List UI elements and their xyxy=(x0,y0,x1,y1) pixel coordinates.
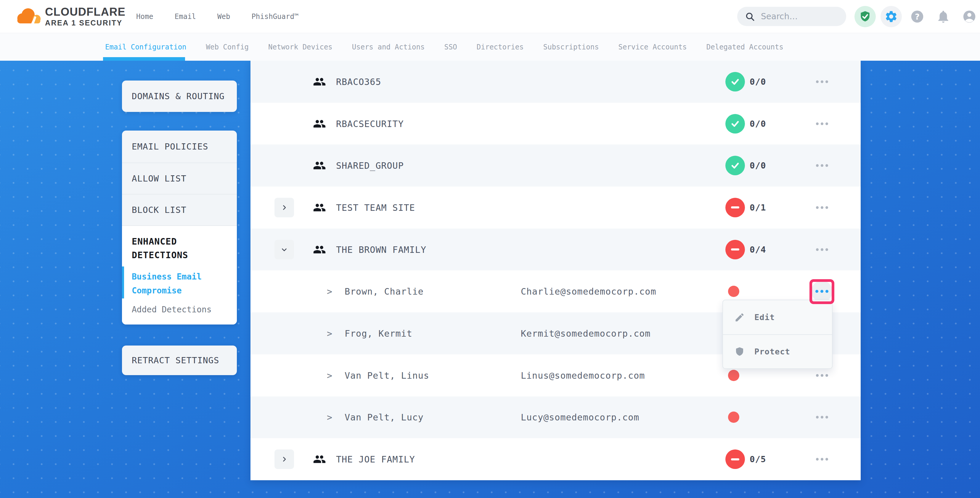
status-blocked-badge xyxy=(725,240,745,259)
tab-subscriptions[interactable]: Subscriptions xyxy=(543,43,599,51)
ellipsis-dot xyxy=(826,458,828,461)
row-actions-button[interactable] xyxy=(815,458,829,461)
status-blocked-badge xyxy=(725,449,745,469)
help-icon[interactable]: ? xyxy=(907,6,928,27)
groups-table: RBACO365 0/0 RBACSECURITY 0/0 SHARED_GRO… xyxy=(250,61,861,480)
tab-service-accounts[interactable]: Service Accounts xyxy=(619,43,687,51)
ellipsis-dot xyxy=(816,374,819,377)
group-icon xyxy=(313,453,326,466)
group-icon xyxy=(313,201,326,214)
expand-group-button[interactable] xyxy=(274,198,294,217)
tab-directories[interactable]: Directories xyxy=(477,43,524,51)
header-icon-group: ? xyxy=(854,0,980,33)
member-chevron-icon: > xyxy=(327,412,332,423)
ellipsis-dot xyxy=(816,80,819,83)
table-row: TEST TEAM SITE0/1 xyxy=(250,186,861,229)
row-actions-button[interactable] xyxy=(815,206,829,209)
ellipsis-dot xyxy=(826,248,828,251)
ellipsis-dot xyxy=(826,164,828,167)
top-nav-item-home[interactable]: Home xyxy=(136,13,153,21)
group-icon xyxy=(313,243,326,256)
sidebar-item-added-detections[interactable]: Added Detections xyxy=(132,305,237,314)
member-chevron-icon: > xyxy=(327,370,332,380)
member-email: Kermit@somedemocorp.com xyxy=(521,328,651,339)
row-context-menu: Edit Protect xyxy=(722,300,832,369)
member-chevron-icon: > xyxy=(327,328,332,339)
ellipsis-dot xyxy=(826,122,828,125)
ellipsis-dot xyxy=(821,122,823,125)
active-item-bar xyxy=(122,266,124,298)
member-chevron-icon: > xyxy=(327,286,332,297)
group-icon xyxy=(313,159,326,172)
status-unprotected-dot xyxy=(728,370,739,381)
table-row: SHARED_GROUP 0/0 xyxy=(250,145,861,186)
sidebar-policy-list: EMAIL POLICIESALLOW LISTBLOCK LIST xyxy=(122,130,237,226)
gear-icon[interactable] xyxy=(881,6,902,27)
ellipsis-dot xyxy=(816,206,819,209)
row-actions-button[interactable] xyxy=(815,80,829,83)
tab-web-config[interactable]: Web Config xyxy=(206,43,249,51)
ellipsis-dot xyxy=(821,290,823,293)
sidebar-item-business-email-compromise[interactable]: Business Email Compromise xyxy=(132,270,221,298)
context-menu-item-protect[interactable]: Protect xyxy=(723,334,832,368)
row-actions-button[interactable] xyxy=(815,164,829,167)
row-actions-button[interactable] xyxy=(815,416,829,418)
ellipsis-dot xyxy=(816,248,819,251)
collapse-group-button[interactable] xyxy=(274,240,294,259)
cloudflare-logo[interactable]: CLOUDFLARE AREA 1 SECURITY xyxy=(14,3,126,28)
brand-name: CLOUDFLARE xyxy=(45,5,126,18)
group-icon xyxy=(313,243,326,256)
member-email: Charlie@somedemocorp.com xyxy=(521,286,656,297)
sidebar-item-domains-routing[interactable]: DOMAINS & ROUTING xyxy=(122,81,237,112)
tab-users-and-actions[interactable]: Users and Actions xyxy=(352,43,425,51)
ellipsis-dot xyxy=(821,416,823,418)
ellipsis-dot xyxy=(821,374,823,377)
top-header: CLOUDFLARE AREA 1 SECURITY HomeEmailWebP… xyxy=(0,0,980,33)
tab-sso[interactable]: SSO xyxy=(444,43,457,51)
expand-group-button[interactable] xyxy=(274,449,294,469)
status-unprotected-dot xyxy=(728,286,739,297)
row-actions-button[interactable] xyxy=(815,374,829,377)
ellipsis-dot xyxy=(821,206,823,209)
protected-count: 0/4 xyxy=(750,245,766,255)
top-nav-item-web[interactable]: Web xyxy=(217,13,230,21)
shield-check-icon[interactable] xyxy=(854,6,876,27)
ellipsis-dot xyxy=(816,122,819,125)
tab-email-configuration[interactable]: Email Configuration xyxy=(105,43,186,51)
row-actions-button[interactable] xyxy=(815,122,829,125)
context-menu-item-edit[interactable]: Edit xyxy=(723,300,832,334)
minus-icon xyxy=(731,206,739,208)
check-icon xyxy=(730,160,740,171)
row-actions-button-active[interactable] xyxy=(811,281,832,302)
member-name: Van Pelt, Linus xyxy=(345,370,429,380)
member-name: Frog, Kermit xyxy=(345,328,412,339)
tab-delegated-accounts[interactable]: Delegated Accounts xyxy=(706,43,783,51)
top-nav-item-phishguard[interactable]: PhishGuard™ xyxy=(251,13,298,21)
check-icon xyxy=(730,118,740,129)
check-icon xyxy=(730,76,740,87)
ellipsis-dot xyxy=(815,290,818,293)
top-nav: HomeEmailWebPhishGuard™ xyxy=(136,0,298,33)
group-name: THE BROWN FAMILY xyxy=(336,244,426,255)
ellipsis-dot xyxy=(821,248,823,251)
search-input[interactable] xyxy=(761,11,838,21)
ellipsis-dot xyxy=(826,416,828,418)
top-nav-item-email[interactable]: Email xyxy=(175,13,196,21)
member-email: Lucy@somedemocorp.com xyxy=(521,412,639,423)
minus-icon xyxy=(731,248,739,250)
group-icon xyxy=(313,117,326,130)
avatar-icon[interactable] xyxy=(959,6,980,27)
app-root: CLOUDFLARE AREA 1 SECURITY HomeEmailWebP… xyxy=(0,0,980,498)
ellipsis-dot xyxy=(826,290,829,293)
tab-network-devices[interactable]: Network Devices xyxy=(268,43,332,51)
sidebar-item-allow-list[interactable]: ALLOW LIST xyxy=(122,163,237,194)
group-name: RBACSECURITY xyxy=(336,118,404,129)
sidebar-item-email-policies[interactable]: EMAIL POLICIES xyxy=(122,130,237,163)
bell-icon[interactable] xyxy=(932,6,954,27)
sidebar-item-retract-settings[interactable]: RETRACT SETTINGS xyxy=(122,345,237,375)
row-actions-button[interactable] xyxy=(815,248,829,251)
sidebar-item-block-list[interactable]: BLOCK LIST xyxy=(122,194,237,226)
search-box[interactable] xyxy=(737,7,846,26)
status-unprotected-dot xyxy=(728,412,739,423)
group-icon xyxy=(313,453,326,466)
